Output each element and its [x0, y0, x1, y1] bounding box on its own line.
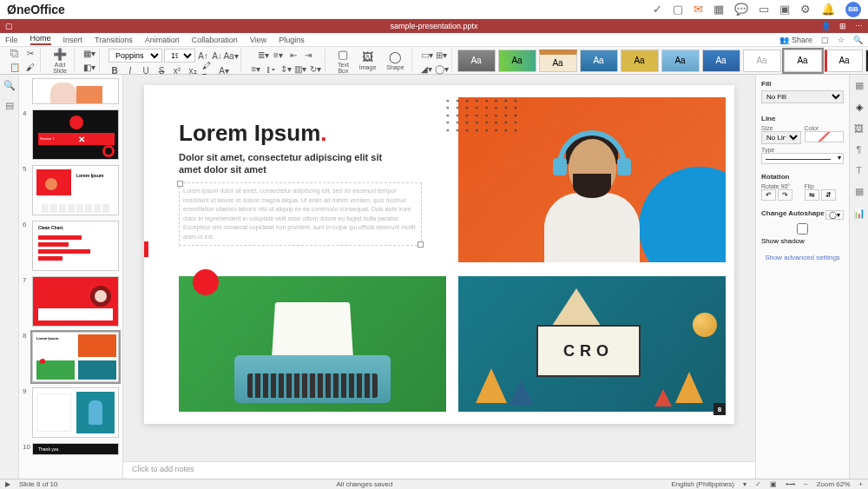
font-size-select[interactable]: 19.5 — [164, 49, 195, 63]
fit-page-icon[interactable]: ▣ — [770, 480, 777, 488]
thumb-6[interactable]: Clean Chart. — [32, 221, 119, 271]
thumb-10[interactable]: Thank you. — [32, 443, 119, 455]
thumb-7[interactable] — [32, 276, 119, 327]
image-settings-icon[interactable]: 🖼 — [854, 123, 864, 134]
user-icon[interactable]: 👤 — [821, 22, 831, 30]
paste-icon[interactable]: 📋 — [9, 62, 21, 74]
check-icon[interactable]: ✓ — [653, 3, 662, 16]
text-box-button[interactable]: ▢Text Box — [334, 48, 352, 74]
flip-vert-icon[interactable]: ⇵ — [821, 189, 836, 201]
theme-item[interactable]: Aa — [825, 50, 863, 72]
notes-area[interactable]: Click to add notes — [123, 461, 755, 479]
paragraph-settings-icon[interactable]: ¶ — [857, 144, 862, 155]
columns-icon[interactable]: ▥▾ — [294, 63, 306, 75]
chart-settings-icon[interactable]: 📊 — [853, 208, 865, 219]
theme-icon[interactable]: ◧▾ — [83, 62, 95, 74]
image-button[interactable]: 🖼Image — [356, 50, 379, 70]
slide-title[interactable]: Lorem Ipsum. — [179, 120, 326, 147]
gear-icon[interactable]: ⚙ — [800, 3, 811, 16]
chat-icon[interactable]: 💬 — [734, 3, 748, 16]
star-icon[interactable]: ☆ — [838, 36, 845, 44]
open-location-icon[interactable]: ▢ — [821, 36, 829, 44]
change-case-icon[interactable]: Aa▾ — [225, 50, 237, 62]
grid-icon[interactable]: ⊞ — [839, 22, 846, 30]
thumb-3[interactable] — [32, 78, 119, 104]
avatar[interactable]: BB — [845, 2, 861, 17]
thumb-9[interactable] — [32, 387, 119, 438]
zoom-in-icon[interactable]: + — [858, 480, 863, 488]
bullets-icon[interactable]: ≣▾ — [258, 49, 270, 61]
bell-icon[interactable]: 🔔 — [821, 3, 835, 16]
shape-fill-icon[interactable]: ◢▾ — [421, 63, 433, 75]
add-slide-button[interactable]: ➕ Add Slide — [49, 48, 70, 74]
theme-item[interactable]: Aa — [539, 50, 577, 72]
flip-horiz-icon[interactable]: ⇋ — [805, 189, 819, 201]
back-icon[interactable]: ▢ — [5, 22, 13, 30]
rotate-left-icon[interactable]: ↶ — [761, 189, 776, 201]
spell-icon[interactable]: ✓ — [755, 480, 761, 488]
tab-transitions[interactable]: Transitions — [95, 36, 133, 44]
theme-item[interactable]: Aa — [865, 50, 868, 72]
tab-plugins[interactable]: Plugins — [279, 36, 305, 44]
numbering-icon[interactable]: ≡▾ — [273, 49, 285, 61]
slide-canvas[interactable]: Lorem Ipsum. Dolor sit amet, consectetur… — [144, 85, 734, 424]
advanced-settings-link[interactable]: Show advanced settings — [761, 254, 844, 261]
slide-image-2[interactable] — [179, 276, 446, 412]
rotate-right-icon[interactable]: ↷ — [778, 189, 792, 201]
thumb-8[interactable]: Lorem Ipsum. — [32, 332, 119, 382]
shape-outline-icon[interactable]: ◯▾ — [436, 63, 448, 75]
theme-item[interactable]: Aa — [498, 50, 536, 72]
table-settings-icon[interactable]: ▦ — [855, 186, 864, 197]
line-type-select[interactable]: ▾ — [761, 153, 844, 164]
search-icon[interactable]: 🔍 — [853, 36, 863, 44]
decrease-font-icon[interactable]: A↓ — [211, 50, 223, 62]
theme-item[interactable]: Aa — [743, 50, 781, 72]
line-color-picker[interactable] — [805, 131, 845, 142]
zoom-level[interactable]: Zoom 62% — [817, 480, 851, 488]
line-spacing-icon[interactable]: ⇕▾ — [279, 63, 292, 75]
align-horiz-icon[interactable]: ≡▾ — [250, 63, 262, 75]
arrange-icon[interactable]: ▭▾ — [421, 49, 433, 61]
align-vert-icon[interactable]: ⫿▾ — [265, 63, 277, 75]
tab-home[interactable]: Home — [30, 34, 51, 45]
increase-indent-icon[interactable]: ⇥ — [302, 49, 314, 61]
theme-item[interactable]: Aa — [784, 50, 822, 72]
fill-select[interactable]: No Fill — [761, 90, 844, 103]
decrease-indent-icon[interactable]: ⇤ — [287, 49, 299, 61]
calendar-icon[interactable]: ▦ — [713, 3, 724, 16]
cut-icon[interactable]: ✂ — [24, 48, 36, 60]
comments-icon[interactable]: ▤ — [5, 100, 14, 111]
text-direction-icon[interactable]: ↻▾ — [309, 63, 321, 75]
line-size-select[interactable]: No Line — [761, 131, 801, 144]
text-settings-icon[interactable]: T — [856, 165, 862, 175]
share-button[interactable]: 👥 Share — [779, 36, 812, 44]
mail-icon[interactable]: ✉ — [694, 3, 703, 16]
theme-item[interactable]: Aa — [621, 50, 659, 72]
contacts-icon[interactable]: ▣ — [779, 3, 790, 16]
tab-collaboration[interactable]: Collaboration — [192, 36, 238, 44]
theme-item[interactable]: Aa — [457, 50, 496, 72]
show-shadow-checkbox[interactable] — [761, 223, 844, 235]
shape-settings-icon[interactable]: ◈ — [856, 102, 863, 113]
presentation-icon[interactable]: ▶ — [5, 480, 10, 488]
tab-insert[interactable]: Insert — [63, 36, 83, 44]
format-painter-icon[interactable]: 🖌 — [24, 62, 36, 74]
theme-item[interactable]: Aa — [702, 50, 740, 72]
fit-width-icon[interactable]: ⟷ — [786, 480, 795, 488]
font-name-select[interactable]: Poppins — [108, 49, 162, 63]
theme-item[interactable]: Aa — [661, 50, 700, 72]
thumb-4[interactable]: ✕Section 1 — [32, 109, 119, 160]
folder-icon[interactable]: ▢ — [673, 3, 683, 16]
increase-font-icon[interactable]: A↑ — [197, 50, 209, 62]
slide-body-text[interactable]: Lorem ipsum dolor sit amet, consectetur … — [179, 182, 422, 246]
slide-subtitle[interactable]: Dolor sit amet, consectetur adipiscing e… — [179, 151, 404, 176]
align-objects-icon[interactable]: ⊞▾ — [436, 49, 448, 61]
thumb-5[interactable]: Lorem Ipsum — [32, 165, 119, 215]
autoshape-picker[interactable]: ◯▾ — [825, 210, 844, 220]
spellcheck-icon[interactable]: ▾ — [743, 480, 746, 488]
tab-file[interactable]: File — [5, 36, 18, 44]
slide-image-3[interactable]: CRO — [458, 276, 726, 412]
tab-animation[interactable]: Animation — [145, 36, 180, 44]
zoom-out-icon[interactable]: − — [804, 480, 808, 488]
language-selector[interactable]: English (Philippines) — [671, 480, 733, 488]
